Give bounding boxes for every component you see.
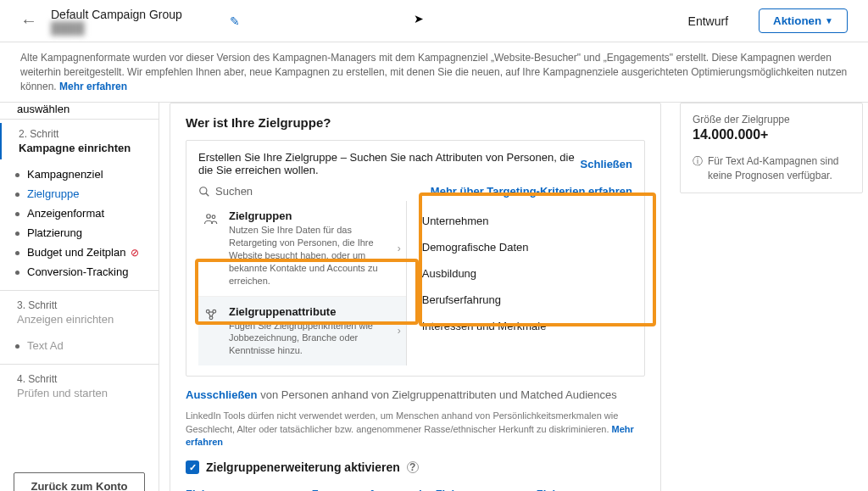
body: auswählen 2. Schritt Kampagne einrichten…	[0, 103, 868, 491]
targeting-categories-left: Zielgruppen Nutzen Sie Ihre Daten für da…	[198, 201, 407, 365]
campaign-name-blurred: ████	[51, 21, 182, 35]
right-panel: Größe der Zielgruppe 14.000.000+ ⓘ Für T…	[671, 103, 868, 491]
helper-row: Erstellen Sie Ihre Zielgruppe – Suchen S…	[198, 151, 632, 176]
audience-builder: Erstellen Sie Ihre Zielgruppe – Suchen S…	[186, 140, 645, 377]
audience-expansion-label: Zielgruppenerweiterung aktivieren	[206, 460, 400, 474]
svg-line-1	[206, 193, 209, 197]
step-4-number: 4. Schritt	[17, 373, 145, 385]
option-attributes-title: Zielgruppenattribute	[229, 305, 399, 318]
audience-bottom-links: Zielgruppe zurücksetzen Zusammenfassung …	[186, 488, 645, 491]
attr-ausbildung[interactable]: Ausbildung	[419, 260, 632, 287]
back-to-account-button[interactable]: Zurück zum Konto	[14, 472, 145, 491]
targeting-two-column: Zielgruppen Nutzen Sie Ihre Daten für da…	[198, 201, 632, 365]
main-content: Wer ist Ihre Zielgruppe? Erstellen Sie I…	[159, 103, 671, 491]
attr-unternehmen[interactable]: Unternehmen	[419, 208, 632, 234]
campaign-title-block: Default Campaign Group ████	[51, 8, 182, 35]
substep-anzeigenformat[interactable]: Anzeigenformat	[15, 204, 159, 223]
search-icon	[198, 186, 210, 198]
step1-trailing-text: auswählen	[0, 103, 159, 115]
svg-point-3	[212, 215, 215, 219]
info-icon: ⓘ	[693, 154, 703, 181]
exclude-link[interactable]: Ausschließen	[186, 388, 258, 401]
edit-pencil-icon[interactable]: ✎	[230, 14, 240, 28]
legal-text: LinkedIn Tools dürfen nicht verwendet we…	[186, 410, 618, 433]
checkbox-checked-icon[interactable]: ✓	[186, 460, 199, 474]
attributes-icon	[203, 305, 220, 358]
summary-audience-link[interactable]: Zusammenfassung der Zielgruppe anzeigen	[312, 488, 537, 491]
caret-down-icon: ▼	[825, 16, 833, 25]
attribute-category-list: Unternehmen Demografische Daten Ausbildu…	[419, 208, 632, 339]
people-icon	[203, 209, 220, 287]
step-4-block: 4. Schritt Prüfen und starten	[0, 368, 159, 405]
audience-heading: Wer ist Ihre Zielgruppe?	[186, 115, 645, 130]
step-2-block: 2. Schritt Kampagne einrichten	[0, 123, 159, 159]
option-attributes[interactable]: Zielgruppenattribute Fügen Sie Zielgrupp…	[198, 297, 406, 366]
svg-point-0	[200, 187, 207, 194]
sidebar: auswählen 2. Schritt Kampagne einrichten…	[0, 103, 159, 491]
step-3-number: 3. Schritt	[17, 299, 145, 311]
reset-audience-link[interactable]: Zielgruppe zurücksetzen	[186, 488, 312, 491]
svg-line-8	[209, 312, 210, 316]
search-input[interactable]: Suchen	[198, 185, 253, 198]
forecast-info-text: Für Text Ad-Kampagnen sind keine Prognos…	[708, 154, 850, 181]
top-bar: ← Default Campaign Group ████ ✎ ➤ Entwur…	[0, 0, 868, 42]
search-row: Suchen Mehr über Targeting-Kriterien erf…	[198, 185, 632, 198]
substep-textad: Text Ad	[15, 336, 159, 355]
info-banner: Alte Kampagnenformate wurden vor dieser …	[0, 42, 868, 103]
actions-label: Aktionen	[773, 14, 821, 27]
option-audiences-desc: Nutzen Sie Ihre Daten für das Retargetin…	[229, 224, 399, 287]
campaign-group-title: Default Campaign Group	[51, 8, 182, 21]
legal-note: LinkedIn Tools dürfen nicht verwendet we…	[186, 410, 645, 449]
mouse-cursor-icon: ➤	[414, 12, 424, 25]
back-arrow-icon[interactable]: ←	[20, 11, 37, 31]
chevron-right-icon: ›	[398, 325, 401, 337]
search-placeholder: Suchen	[215, 185, 253, 198]
step-2-title: Kampagne einrichten	[19, 142, 145, 154]
targeting-categories-right: Unternehmen Demografische Daten Ausbildu…	[407, 201, 632, 365]
draft-status: Entwurf	[688, 14, 728, 28]
step-4-title: Prüfen und starten	[17, 387, 145, 399]
option-audiences[interactable]: Zielgruppen Nutzen Sie Ihre Daten für da…	[198, 201, 406, 296]
substep-kampagnenziel[interactable]: Kampagnenziel	[15, 165, 159, 184]
helper-text: Erstellen Sie Ihre Zielgruppe – Suchen S…	[198, 151, 581, 176]
step-3-block: 3. Schritt Anzeigen einrichten	[0, 294, 159, 331]
substep-conversion[interactable]: Conversion-Tracking	[15, 262, 159, 282]
substep-budget[interactable]: Budget und Zeitplan	[15, 243, 159, 262]
step-3-substeps: Text Ad	[0, 331, 159, 360]
actions-dropdown-button[interactable]: Aktionen ▼	[759, 8, 848, 33]
option-attributes-desc: Fügen Sie Zielgruppenkriterien wie Jobbe…	[229, 320, 399, 358]
save-audience-link[interactable]: Zielgruppe speichern	[537, 488, 645, 491]
substep-zielgruppe[interactable]: Zielgruppe	[15, 184, 159, 204]
option-audiences-title: Zielgruppen	[229, 209, 399, 222]
substep-platzierung[interactable]: Platzierung	[15, 223, 159, 243]
svg-point-2	[207, 215, 211, 219]
attr-demografische[interactable]: Demografische Daten	[419, 234, 632, 260]
step-3-title: Anzeigen einrichten	[17, 313, 145, 326]
chevron-right-icon: ›	[398, 243, 401, 254]
close-builder-link[interactable]: Schließen	[581, 158, 632, 170]
banner-text: Alte Kampagnenformate wurden vor dieser …	[20, 52, 847, 92]
svg-line-9	[212, 312, 214, 316]
forecast-card: Größe der Zielgruppe 14.000.000+ ⓘ Für T…	[680, 103, 863, 192]
attr-interessen[interactable]: Interessen und Merkmale	[419, 313, 632, 339]
audience-expansion-row[interactable]: ✓ Zielgruppenerweiterung aktivieren ?	[186, 460, 645, 474]
exclude-row: Ausschließen von Personen anhand von Zie…	[186, 388, 645, 401]
forecast-info: ⓘ Für Text Ad-Kampagnen sind keine Progn…	[693, 154, 850, 181]
audience-size-value: 14.000.000+	[693, 127, 850, 142]
audience-size-label: Größe der Zielgruppe	[693, 114, 850, 126]
learn-targeting-link[interactable]: Mehr über Targeting-Kriterien erfahren	[431, 185, 632, 198]
step-2-substeps: Kampagnenziel Zielgruppe Anzeigenformat …	[0, 159, 159, 287]
banner-learn-more-link[interactable]: Mehr erfahren	[59, 81, 127, 92]
step-2-number: 2. Schritt	[19, 128, 145, 140]
attr-berufserfahrung[interactable]: Berufserfahrung	[419, 287, 632, 313]
exclude-rest-text: von Personen anhand von Zielgruppenattri…	[260, 388, 617, 401]
audience-card: Wer ist Ihre Zielgruppe? Erstellen Sie I…	[170, 103, 661, 491]
info-icon[interactable]: ?	[407, 461, 419, 473]
sidebar-bottom: Zurück zum Konto	[0, 462, 159, 491]
